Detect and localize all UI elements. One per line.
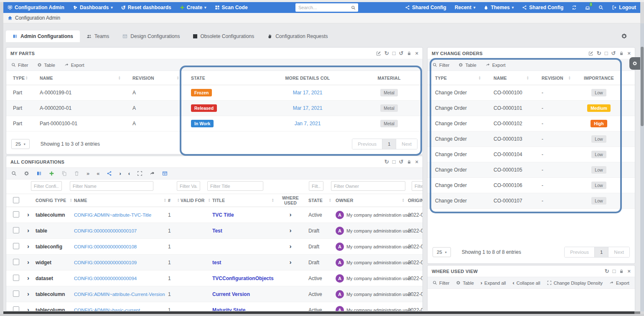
- lock-icon[interactable]: [619, 269, 624, 274]
- sort-icon[interactable]: ▲▼: [479, 76, 481, 80]
- config-title-link[interactable]: test: [212, 260, 221, 265]
- undo-icon[interactable]: ↺: [611, 51, 616, 56]
- row-checkbox[interactable]: [13, 306, 19, 312]
- column-header[interactable]: NAME▲▼: [486, 76, 534, 81]
- table-icon[interactable]: [162, 171, 168, 176]
- filter-config-type-input[interactable]: [31, 181, 62, 191]
- where-used-chevron-icon[interactable]: ›: [290, 227, 292, 234]
- table-row[interactable]: › table CONFIG:0000000000000107 1 Test ›…: [6, 223, 423, 239]
- edit-icon[interactable]: [376, 51, 381, 56]
- filter-name-input[interactable]: [70, 181, 153, 191]
- chevron-left-icon[interactable]: ‹: [128, 171, 130, 176]
- filter-valid-for-input[interactable]: [177, 181, 200, 191]
- vertical-scrollbar-thumb[interactable]: [641, 47, 644, 126]
- next-page-button[interactable]: Next: [396, 139, 417, 149]
- more-details-link[interactable]: Mar 17, 2021: [293, 105, 323, 111]
- sort-icon[interactable]: ▲▼: [208, 198, 211, 202]
- table-row[interactable]: Part Part-0000100-01 A In Work Jan 7, 20…: [6, 116, 423, 131]
- previous-page-button[interactable]: Previous: [565, 247, 594, 257]
- column-header[interactable]: WHERE USED: [276, 195, 305, 205]
- column-header[interactable]: TITLE▲▼: [212, 198, 276, 203]
- table-row[interactable]: Change Order CO-0000104 - Low: [428, 147, 635, 162]
- nav-shared-config-2[interactable]: Shared Config: [518, 2, 568, 13]
- export-button[interactable]: Export: [609, 281, 629, 286]
- export-icon[interactable]: [150, 171, 155, 176]
- delete-icon[interactable]: [74, 171, 79, 176]
- nav-sync[interactable]: [568, 2, 581, 13]
- where-used-chevron-icon[interactable]: ›: [290, 211, 292, 218]
- config-title-link[interactable]: Current Version: [212, 291, 250, 297]
- config-name-link[interactable]: CONFIG:ADMIN~attribute-Current-Version: [74, 292, 165, 297]
- table-row[interactable]: Change Order CO-0000107 - Low: [428, 193, 635, 209]
- window-icon[interactable]: □: [613, 268, 616, 274]
- expand-row-icon[interactable]: ›: [27, 211, 29, 218]
- config-name-link[interactable]: CONFIG:0000000000000107: [74, 228, 137, 233]
- nav-notifications[interactable]: [581, 2, 594, 13]
- column-header[interactable]: ORIGINAT: [405, 198, 423, 203]
- sort-icon[interactable]: ▲▼: [568, 76, 571, 80]
- table-row[interactable]: Change Order CO-0000100 - Low: [428, 85, 635, 101]
- column-header[interactable]: NAME▲▼: [33, 76, 126, 81]
- window-icon[interactable]: □: [392, 159, 396, 164]
- column-header[interactable]: #▲▼: [168, 198, 181, 203]
- filter-originated-input[interactable]: [412, 181, 423, 191]
- sort-icon[interactable]: ▲▼: [177, 198, 180, 202]
- undo-icon[interactable]: ↺: [399, 159, 404, 164]
- config-name-link[interactable]: CONFIG:0000000000000094: [74, 276, 137, 281]
- column-header[interactable]: MATERIAL: [356, 76, 423, 81]
- sort-icon[interactable]: ▲▼: [164, 198, 166, 202]
- tab-design-configurations[interactable]: Design Configurations: [116, 30, 186, 42]
- row-checkbox[interactable]: [13, 211, 19, 217]
- expand-row-icon[interactable]: ›: [27, 290, 29, 297]
- next-page-button[interactable]: Next: [608, 247, 629, 257]
- fullscreen-icon[interactable]: [137, 171, 143, 176]
- select-all-checkbox[interactable]: [13, 197, 19, 203]
- expand-row-icon[interactable]: ›: [27, 258, 29, 265]
- nav-reset-dashboards[interactable]: ↺ Reset dashboards: [117, 2, 176, 13]
- filter-owner-input[interactable]: [331, 181, 405, 191]
- nav-scan-code[interactable]: Scan Code: [211, 2, 252, 13]
- undo-icon[interactable]: ↺: [399, 51, 404, 56]
- nav-logout[interactable]: Logout: [608, 2, 640, 13]
- table-row[interactable]: › tablecolumn CONFIG:ADMIN~basic-current…: [6, 302, 423, 311]
- rewind-icon[interactable]: «: [97, 171, 99, 176]
- breadcrumb-label[interactable]: Configuration Admin: [15, 15, 60, 21]
- lock-icon[interactable]: [407, 159, 412, 164]
- lock-icon[interactable]: [407, 51, 412, 56]
- refresh-icon[interactable]: ↻: [384, 51, 389, 56]
- row-checkbox[interactable]: [13, 259, 19, 265]
- column-header[interactable]: TYPE▲▼: [6, 76, 33, 81]
- sort-icon[interactable]: ▲▼: [177, 76, 179, 80]
- export-button[interactable]: Export: [64, 63, 84, 68]
- sort-icon[interactable]: ▲▼: [527, 76, 529, 80]
- row-checkbox[interactable]: [13, 291, 19, 297]
- edit-icon[interactable]: [588, 51, 593, 56]
- collapse-all-button[interactable]: ‹ Collapse all: [512, 281, 540, 286]
- gear-icon[interactable]: [24, 171, 29, 176]
- sort-icon[interactable]: ▲▼: [329, 198, 331, 202]
- config-name-link[interactable]: CONFIG:ADMIN~basic-current: [74, 308, 140, 312]
- table-row[interactable]: › tablecolumn CONFIG:ADMIN~attribute-TVC…: [6, 207, 423, 223]
- nav-recent[interactable]: Recent ▾: [451, 2, 480, 13]
- sort-icon[interactable]: ▲▼: [25, 76, 28, 80]
- table-row[interactable]: Change Order CO-0000103 - Low: [428, 131, 635, 147]
- settings-flyout-tab[interactable]: [629, 57, 640, 70]
- more-details-link[interactable]: Mar 17, 2021: [293, 90, 323, 96]
- current-page-button[interactable]: 1: [382, 139, 396, 149]
- column-header[interactable]: OWNER▲▼: [332, 198, 405, 203]
- expand-all-button[interactable]: › Expand all: [481, 281, 506, 286]
- add-icon[interactable]: [49, 171, 54, 176]
- expand-row-icon[interactable]: ›: [27, 227, 29, 234]
- filter-button[interactable]: Filter: [433, 281, 449, 286]
- window-icon[interactable]: □: [605, 51, 608, 56]
- refresh-icon[interactable]: ↻: [384, 159, 389, 164]
- brand[interactable]: Configuration Admin: [3, 2, 69, 13]
- row-checkbox[interactable]: [13, 275, 19, 281]
- table-row[interactable]: › dataset CONFIG:0000000000000094 1 TVCC…: [6, 270, 423, 286]
- chevron-right-icon[interactable]: ›: [119, 171, 121, 176]
- change-display-density-button[interactable]: Change Display Density: [547, 281, 603, 286]
- window-icon[interactable]: □: [392, 51, 396, 56]
- home-icon[interactable]: [8, 15, 13, 20]
- config-title-link[interactable]: Test: [212, 228, 222, 234]
- column-header[interactable]: TYPE▲▼: [428, 76, 486, 81]
